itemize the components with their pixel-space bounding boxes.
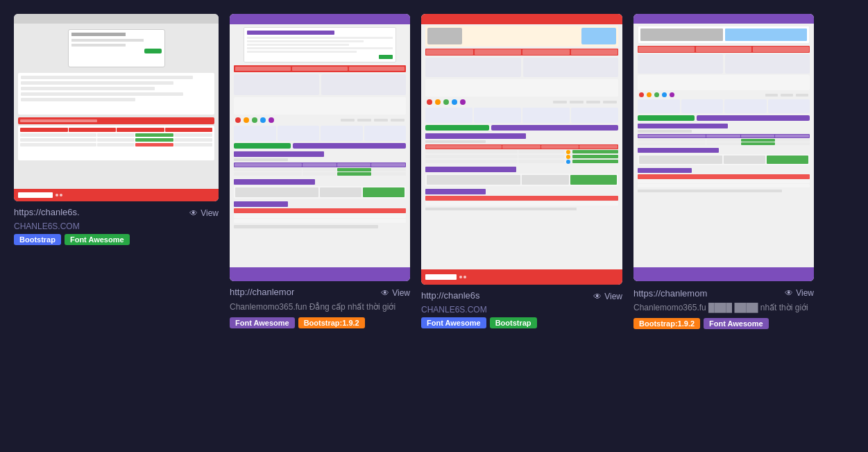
card-4-tags: Bootstrap:1.9.2 Font Awesome [633,318,814,329]
card-1-tag-bootstrap[interactable]: Bootstrap [14,234,61,245]
card-4-inner [633,14,814,281]
card-3-logo [425,274,457,280]
card-4-url-row: https://chanlemom 👁 View [633,287,814,299]
card-1-thumbnail[interactable] [14,14,219,201]
card-2-info: http://chanlemor 👁 View Chanlemomo365.fu… [230,281,410,333]
card-1-view-label: View [201,208,219,218]
eye-icon-2: 👁 [381,288,389,298]
card-2-view-btn[interactable]: 👁 View [381,288,410,298]
card-4-footer [633,267,814,281]
eye-icon: 👁 [189,208,198,218]
card-4: https://chanlemom 👁 View Chanlemomo365.f… [633,14,814,333]
card-4-url: https://chanlemom [633,288,707,299]
gallery-container: https://chanle6s. 👁 View CHANLE6S.COM Bo… [14,14,854,333]
card-3-tag-bootstrap[interactable]: Bootstrap [490,317,537,328]
card-2-footer [230,267,410,281]
card-1-url-row: https://chanle6s. 👁 View [14,207,219,219]
card-3-inner [421,14,622,285]
card-1-info: https://chanle6s. 👁 View CHANLE6S.COM Bo… [14,201,219,249]
card-2-thumbnail[interactable] [230,14,410,281]
card-2-description: Chanlemomo365.fun Đẳng cấp nhất thời giớ… [230,301,410,313]
card-1-url: https://chanle6s. [14,207,80,217]
card-4-view-label: View [796,288,814,298]
card-1-content [18,73,214,115]
card-3-info: http://chanle6s 👁 View CHANLE6S.COM Font… [421,285,622,333]
card-2-tag-bootstrap[interactable]: Bootstrap:1.9.2 [298,317,365,328]
card-3-tag-fontawesome[interactable]: Font Awesome [421,317,486,328]
card-1-modal [68,29,165,67]
eye-icon-4: 👁 [785,288,793,298]
card-2-tags: Font Awesome Bootstrap:1.9.2 [230,317,410,328]
card-1-footer [14,189,219,201]
card-2: http://chanlemor 👁 View Chanlemomo365.fu… [230,14,410,333]
card-2-view-label: View [392,288,410,298]
modal-line2 [71,44,126,47]
card-2-inner [230,14,410,281]
card-3-view-btn[interactable]: 👁 View [593,292,622,301]
card-4-tag-bootstrap[interactable]: Bootstrap:1.9.2 [633,318,700,329]
modal-btn [144,49,162,53]
modal-line [71,39,144,42]
card-4-thumbnail[interactable] [633,14,814,281]
card-3-dots [459,276,466,278]
card-4-tag-fontawesome[interactable]: Font Awesome [704,318,769,329]
card-4-description: Chanlemomo365.fu ████ ████ nhất thời giớ… [633,302,814,314]
card-1-sitename: CHANLE6S.COM [14,221,219,231]
card-3-url: http://chanle6s [421,290,480,301]
card-3-url-row: http://chanle6s 👁 View [421,290,622,302]
card-1-view-btn[interactable]: 👁 View [189,208,219,218]
card-3-tags: Font Awesome Bootstrap [421,317,622,328]
card-4-url-block: https://chanlemom [633,287,707,299]
card-3: http://chanle6s 👁 View CHANLE6S.COM Font… [421,14,622,333]
card-3-sitename: CHANLE6S.COM [421,305,622,315]
card-3-footer [421,269,622,285]
modal-title [71,33,126,36]
card-2-url: http://chanlemor [230,287,294,297]
card-2-purple-top [230,14,410,24]
card-1-logo [18,192,53,198]
card-1-tags: Bootstrap Font Awesome [14,234,219,245]
card-1-tag-fontawesome[interactable]: Font Awesome [65,234,130,245]
eye-icon-3: 👁 [593,292,602,301]
card-2-tag-fontawesome[interactable]: Font Awesome [230,317,295,328]
card-2-url-row: http://chanlemor 👁 View [230,287,410,299]
card-3-view-label: View [604,292,622,301]
card-3-thumbnail[interactable] [421,14,622,285]
card-4-info: https://chanlemom 👁 View Chanlemomo365.f… [633,281,814,333]
card-2-url-block: http://chanlemor [230,287,294,299]
card-4-view-btn[interactable]: 👁 View [785,288,814,298]
card-1-topbar [14,14,219,24]
card-1: https://chanle6s. 👁 View CHANLE6S.COM Bo… [14,14,219,249]
